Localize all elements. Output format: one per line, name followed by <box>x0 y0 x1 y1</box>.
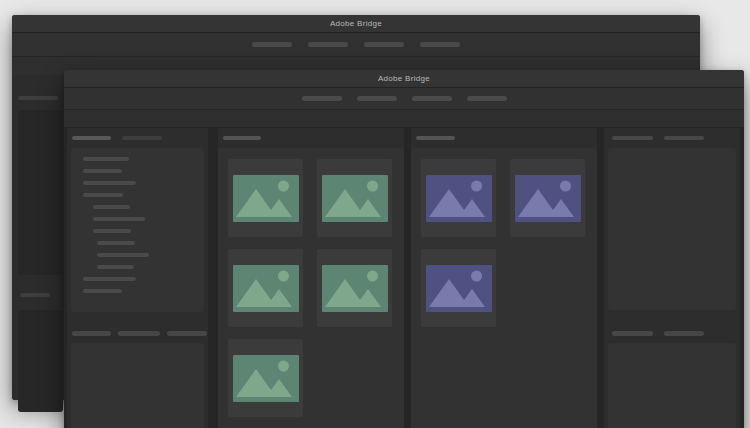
panel-tab-placeholder[interactable] <box>72 136 111 141</box>
sidebar-panel <box>18 110 63 275</box>
folder-item-placeholder[interactable] <box>93 217 145 221</box>
front-window-title: Adobe Bridge <box>378 74 430 83</box>
thumbnail-row <box>421 249 587 327</box>
workspace <box>64 128 744 428</box>
toolbar-button-placeholder[interactable] <box>364 42 404 47</box>
filter-panel <box>71 343 204 428</box>
back-window-title: Adobe Bridge <box>330 19 382 28</box>
toolbar-button-placeholder[interactable] <box>420 42 460 47</box>
thumbnail-row <box>228 159 394 237</box>
thumbnail-card[interactable] <box>228 339 303 417</box>
content-group-1-column <box>218 128 404 428</box>
tab-placeholder[interactable] <box>18 96 58 100</box>
preview-panel <box>608 148 736 310</box>
toolbar-button-placeholder[interactable] <box>357 96 397 101</box>
panel-tab-placeholder[interactable] <box>664 136 704 141</box>
front-window-pathbar <box>64 110 744 128</box>
folder-item-placeholder[interactable] <box>83 289 122 293</box>
panel-tab-placeholder[interactable] <box>612 331 653 336</box>
toolbar-button-placeholder[interactable] <box>308 42 348 47</box>
image-placeholder-icon <box>233 355 299 402</box>
image-placeholder-icon <box>322 175 388 222</box>
folder-item-placeholder[interactable] <box>83 277 136 281</box>
image-placeholder-icon <box>426 265 492 312</box>
thumbnail-card[interactable] <box>421 249 496 327</box>
image-placeholder-icon <box>515 175 581 222</box>
back-window-titlebar[interactable]: Adobe Bridge <box>12 15 700 33</box>
front-window-toolbar <box>64 88 744 110</box>
toolbar-button-placeholder[interactable] <box>467 96 507 101</box>
sidebar-panel <box>18 310 63 412</box>
image-placeholder-icon <box>426 175 492 222</box>
tab-placeholder[interactable] <box>20 293 50 297</box>
folder-item-placeholder[interactable] <box>83 193 123 197</box>
thumbnail-grid <box>411 148 597 428</box>
thumbnail-row <box>421 159 587 237</box>
toolbar-button-placeholder[interactable] <box>302 96 342 101</box>
thumbnail-grid <box>218 148 404 428</box>
folder-item-placeholder[interactable] <box>93 205 130 209</box>
thumbnail-card[interactable] <box>421 159 496 237</box>
folder-item-placeholder[interactable] <box>97 241 135 245</box>
favorites-column <box>67 128 208 428</box>
folder-item-placeholder[interactable] <box>97 265 134 269</box>
thumbnail-row <box>228 249 394 327</box>
front-window-titlebar[interactable]: Adobe Bridge <box>64 70 744 88</box>
panel-tab-placeholder[interactable] <box>72 331 111 336</box>
panel-tab-placeholder[interactable] <box>612 136 653 141</box>
preview-tabs <box>604 128 740 148</box>
metadata-tabs <box>604 331 740 336</box>
back-window-toolbar <box>12 33 700 57</box>
thumbnail-card[interactable] <box>317 159 392 237</box>
folder-item-placeholder[interactable] <box>93 229 131 233</box>
panel-tab-placeholder[interactable] <box>664 331 704 336</box>
panel-tab-placeholder[interactable] <box>118 331 160 336</box>
front-window: Adobe Bridge <box>64 70 744 428</box>
group-header-placeholder <box>223 136 261 140</box>
filter-tabs <box>67 331 208 336</box>
toolbar-button-placeholder[interactable] <box>252 42 292 47</box>
folder-item-placeholder[interactable] <box>83 157 129 161</box>
favorites-tabs <box>67 128 208 148</box>
thumbnail-card[interactable] <box>228 249 303 327</box>
folder-tree-panel <box>71 148 204 312</box>
folder-item-placeholder[interactable] <box>83 169 122 173</box>
thumbnail-card[interactable] <box>228 159 303 237</box>
thumbnail-card[interactable] <box>510 159 585 237</box>
panel-tab-placeholder[interactable] <box>122 136 162 141</box>
panel-tab-placeholder[interactable] <box>167 331 207 336</box>
desktop: Adobe Bridge Adobe Bridge <box>0 0 750 428</box>
group-header-placeholder <box>416 136 455 140</box>
image-placeholder-icon <box>322 265 388 312</box>
content-group-2-column <box>411 128 597 428</box>
thumbnail-card[interactable] <box>317 249 392 327</box>
image-placeholder-icon <box>233 175 299 222</box>
folder-item-placeholder[interactable] <box>83 181 136 185</box>
toolbar-button-placeholder[interactable] <box>412 96 452 101</box>
image-placeholder-icon <box>233 265 299 312</box>
thumbnail-row <box>228 339 394 417</box>
folder-item-placeholder[interactable] <box>97 253 149 257</box>
preview-column <box>604 128 740 428</box>
metadata-panel <box>608 343 736 428</box>
